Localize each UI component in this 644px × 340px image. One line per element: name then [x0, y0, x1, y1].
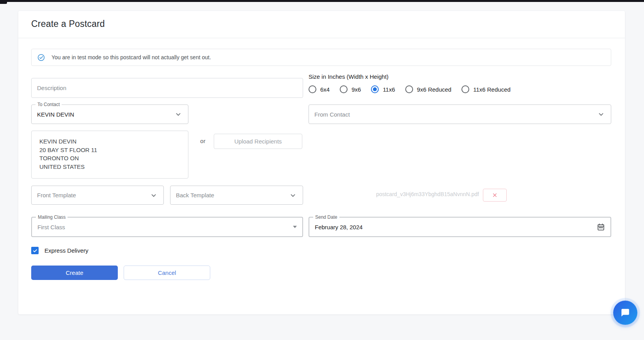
radio-label: 9x6 Reduced: [417, 86, 451, 93]
size-radio-9x6[interactable]: 9x6: [340, 85, 361, 93]
send-date-label: Send Date: [313, 214, 339, 220]
front-template-placeholder: Front Template: [37, 192, 149, 198]
address-line: KEVIN DEVIN: [39, 137, 188, 146]
to-contact-value: KEVIN DEVIN: [37, 111, 174, 118]
mailing-class-value: First Class: [37, 224, 293, 230]
send-date-field[interactable]: Send Date February 28, 2024: [309, 217, 611, 237]
check-circle-icon: [37, 53, 45, 62]
create-postcard-card: Create a Postcard You are in test mode s…: [18, 11, 625, 314]
address-line: TORONTO ON: [39, 154, 188, 163]
chevron-down-icon: [149, 191, 158, 200]
upload-recipients-button[interactable]: Upload Recipients: [214, 134, 302, 149]
mailing-class-label: Mailing Class: [36, 214, 67, 220]
radio-label: 11x6: [383, 86, 395, 93]
test-mode-alert: You are in test mode so this postcard wi…: [31, 49, 611, 66]
mailing-class-select[interactable]: Mailing Class First Class: [31, 217, 303, 237]
express-delivery-checkbox[interactable]: Express Delivery: [31, 247, 89, 254]
size-group: Size in Inches (Width x Height) 6x4 9x6 …: [309, 73, 611, 93]
description-input[interactable]: [31, 78, 303, 98]
radio-label: 11x6 Reduced: [473, 86, 511, 93]
checkbox-icon: [31, 247, 39, 254]
top-dark-strip: [0, 0, 644, 2]
size-radio-9x6-reduced[interactable]: 9x6 Reduced: [405, 85, 451, 93]
size-label: Size in Inches (Width x Height): [309, 73, 611, 80]
or-separator: or: [197, 138, 209, 144]
test-mode-text: You are in test mode so this postcard wi…: [51, 54, 211, 60]
cancel-button[interactable]: Cancel: [124, 266, 210, 280]
x-icon: [492, 192, 498, 198]
to-contact-select[interactable]: To Contact KEVIN DEVIN: [31, 104, 188, 124]
caret-down-icon: [293, 226, 297, 228]
radio-label: 9x6: [351, 86, 361, 93]
back-template-placeholder: Back Template: [176, 192, 289, 198]
create-button[interactable]: Create: [31, 266, 118, 280]
remove-file-button[interactable]: [483, 189, 507, 202]
chevron-down-icon: [289, 191, 297, 200]
uploaded-file-name: postcard_v3Hj6m33YbghdB15aNvnnN.pdf: [376, 191, 479, 197]
page-title: Create a Postcard: [31, 19, 105, 29]
size-radio-11x6[interactable]: 11x6: [371, 85, 395, 93]
to-contact-label: To Contact: [35, 102, 62, 107]
send-date-value: February 28, 2024: [315, 224, 597, 230]
chevron-down-icon: [174, 110, 183, 119]
radio-icon: [340, 85, 348, 93]
size-radio-11x6-reduced[interactable]: 11x6 Reduced: [461, 85, 511, 93]
express-delivery-label: Express Delivery: [44, 247, 89, 254]
radio-label: 6x4: [320, 86, 330, 93]
radio-icon: [461, 85, 469, 93]
upload-recipients-label: Upload Recipients: [234, 138, 282, 145]
from-contact-placeholder: From Contact: [314, 111, 597, 118]
radio-icon: [309, 85, 316, 93]
size-radio-6x4[interactable]: 6x4: [309, 85, 330, 93]
from-contact-select[interactable]: From Contact: [309, 104, 611, 124]
front-template-select[interactable]: Front Template: [31, 186, 164, 205]
calendar-icon[interactable]: [597, 223, 605, 231]
size-radio-row: 6x4 9x6 11x6 9x6 Reduced 11x6 Reduced: [309, 85, 611, 93]
chat-bubble-icon: [620, 308, 630, 318]
chevron-down-icon: [597, 110, 605, 119]
address-line: UNITED STATES: [39, 163, 188, 171]
address-line: 20 BAY ST FLOOR 11: [39, 146, 188, 154]
recipient-address-preview: KEVIN DEVIN 20 BAY ST FLOOR 11 TORONTO O…: [31, 131, 188, 179]
header-divider: [18, 38, 625, 38]
chat-launcher-button[interactable]: [613, 301, 637, 325]
radio-icon: [405, 85, 413, 93]
back-template-select[interactable]: Back Template: [170, 186, 303, 205]
top-dark-tab: [0, 0, 7, 4]
radio-icon: [371, 85, 379, 93]
